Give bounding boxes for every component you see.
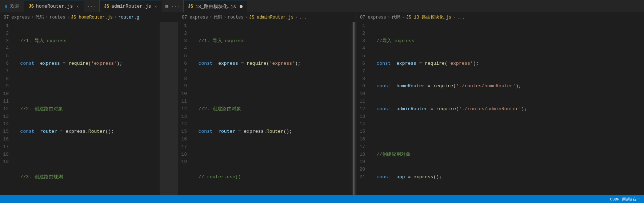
line-5: const router = express.Router(); (15, 128, 160, 136)
line-6 (15, 151, 160, 159)
tab-admin-router-close[interactable]: ✕ (155, 4, 157, 9)
tab-welcome[interactable]: ▮ 欢迎 (0, 0, 24, 12)
code-content-admin[interactable]: //1. 导入 express const express = require(… (190, 22, 352, 195)
statusbar: CSDN @哒哒右一 (0, 195, 644, 203)
statusbar-text: CSDN @哒哒右一 (610, 196, 640, 202)
bc-admin-2: 代码 (213, 14, 222, 20)
minimap-home (160, 22, 178, 195)
tab-admin-router[interactable]: JS adminRouter.js ✕ (100, 0, 162, 12)
js-icon-admin: JS (104, 4, 109, 9)
panel-admin-router: 07_express › 代码 › routes › JS adminRoute… (178, 13, 356, 195)
code-content-home[interactable]: //1. 导入 express const express = require(… (12, 22, 160, 195)
m-line-3: const homeRouter = require('./routes/hom… (371, 83, 644, 90)
tab-router-module-label: 13_路由模块化.js (195, 3, 236, 10)
bc-admin-4: JS adminRouter.js (249, 15, 293, 20)
line-7: //3. 创建路由规则 (15, 174, 160, 181)
bc-home-1: 07_express (4, 15, 30, 20)
bc-admin-3: routes (228, 15, 243, 20)
a-line-5: const router = express.Router(); (193, 128, 352, 136)
line-1: //1. 导入 express (15, 37, 160, 45)
line-2: const express = require('express'); (15, 60, 160, 68)
bc-home-2: 代码 (35, 14, 44, 20)
minimap-admin (352, 22, 356, 195)
breadcrumb-admin: 07_express › 代码 › routes › JS adminRoute… (178, 13, 356, 22)
vscode-icon: ▮ (4, 3, 8, 10)
bc-admin-1: 07_express (182, 15, 208, 20)
line-4: //2. 创建路由对象 (15, 106, 160, 113)
code-area-home[interactable]: 1 2 3 4 5 6 7 8 9 10 11 12 13 14 15 16 1… (0, 22, 178, 195)
js-icon-home: JS (29, 4, 34, 9)
tab-home-router-close[interactable]: ✕ (76, 4, 79, 9)
a-line-2: const express = require('express'); (193, 60, 352, 68)
unsaved-indicator (240, 5, 243, 8)
split-editor-icon[interactable]: ▦ (165, 3, 168, 9)
breadcrumb-module: 07_express › 代码 › JS 13_路由模块化.js › ... (356, 13, 644, 22)
m-line-7: const app = express(); (371, 174, 644, 181)
bc-home-4: JS homeRouter.js (71, 15, 113, 20)
a-line-1: //1. 导入 express (193, 37, 352, 45)
tab-welcome-label: 欢迎 (10, 3, 20, 9)
a-line-4: //2. 创建路由对象 (193, 106, 352, 113)
bc-home-5: router.g (118, 15, 139, 20)
bc-mod-4: ... (457, 15, 465, 20)
tab-bar: ▮ 欢迎 JS homeRouter.js ✕ ··· JS adminRout… (0, 0, 644, 13)
line-numbers-home: 1 2 3 4 5 6 7 8 9 10 11 12 13 14 15 16 1… (0, 22, 12, 195)
line-3 (15, 83, 160, 90)
line-numbers-module: 1 2 3 4 5 6 7 8 9 10 11 12 13 14 15 16 1… (356, 22, 368, 195)
js-icon-module: JS (188, 4, 193, 9)
m-line-1: //导入 express (371, 37, 644, 45)
m-line-6: //创建应用对象 (371, 151, 644, 159)
code-area-admin[interactable]: 1 2 3 4 5 6 7 8 9 10 11 12 13 14 15 16 1… (178, 22, 356, 195)
m-line-4: const adminRouter = require('./routes/ad… (371, 106, 644, 113)
bc-home-3: routes (49, 15, 65, 20)
tab-router-module[interactable]: JS 13_路由模块化.js (184, 0, 247, 12)
more-options-icon[interactable]: ··· (171, 4, 179, 9)
a-line-7: // router.use() (193, 174, 352, 181)
bc-mod-3: JS 13_路由模块化.js (406, 14, 451, 20)
tab-home-router-label: homeRouter.js (36, 4, 73, 9)
code-content-module[interactable]: //导入 express const express = require('ex… (368, 22, 644, 195)
m-line-2: const express = require('express'); (371, 60, 644, 68)
a-line-6 (193, 151, 352, 159)
panel-home-router: 07_express › 代码 › routes › JS homeRouter… (0, 13, 178, 195)
a-line-3 (193, 83, 352, 90)
editor-area: 07_express › 代码 › routes › JS homeRouter… (0, 13, 644, 195)
breadcrumb-home: 07_express › 代码 › routes › JS homeRouter… (0, 13, 178, 22)
m-line-5 (371, 128, 644, 136)
scrollbar-admin[interactable] (353, 22, 355, 195)
code-area-module[interactable]: 1 2 3 4 5 6 7 8 9 10 11 12 13 14 15 16 1… (356, 22, 644, 195)
tab-home-router[interactable]: JS homeRouter.js ✕ (24, 0, 84, 12)
panel-router-module: 07_express › 代码 › JS 13_路由模块化.js › ... 1… (356, 13, 644, 195)
bc-mod-1: 07_express (360, 15, 386, 20)
tab-more-1[interactable]: ··· (84, 4, 99, 9)
line-numbers-admin: 1 2 3 4 5 6 7 8 9 10 11 12 13 14 15 16 1… (178, 22, 190, 195)
minimap-content (160, 22, 178, 195)
tab-admin-router-label: adminRouter.js (111, 4, 151, 9)
bc-mod-2: 代码 (392, 14, 400, 20)
bc-admin-5: ... (299, 15, 307, 20)
split-icons: ▦ ··· (162, 3, 183, 9)
